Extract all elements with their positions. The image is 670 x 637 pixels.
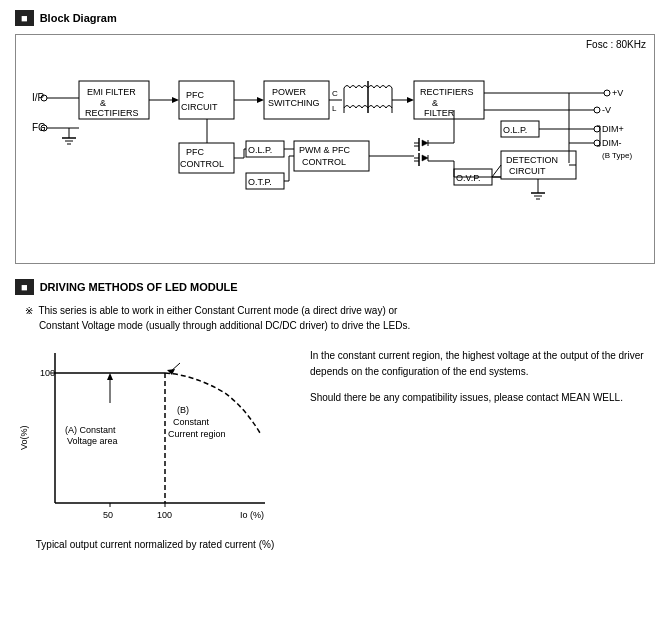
olp1-label: O.L.P. — [248, 145, 272, 155]
y-axis-label: Vo(%) — [19, 425, 29, 450]
x-axis-label: Io (%) — [240, 510, 264, 520]
driving-section: ※ This series is able to work in either … — [15, 303, 655, 550]
otp-label: O.T.P. — [248, 177, 272, 187]
chart-svg: Vo(%) 100 50 100 Io (%) — [15, 343, 295, 533]
chart-container: Vo(%) 100 50 100 Io (%) — [15, 343, 295, 550]
block-diagram-header: ■ Block Diagram — [15, 10, 655, 26]
l-label: L — [332, 104, 337, 113]
svg-marker-20 — [407, 97, 414, 103]
page: ■ Block Diagram Fosc : 80KHz I/P FG EMI … — [0, 0, 670, 637]
svg-marker-58 — [422, 140, 428, 146]
pwm-pfc-label1: PWM & PFC — [299, 145, 350, 155]
pfc-circuit-label1: PFC — [186, 90, 205, 100]
desc-line1: In the constant current region, the high… — [310, 348, 655, 364]
area-b-label1: (B) — [177, 405, 189, 415]
svg-marker-84 — [107, 373, 113, 380]
x-tick-50: 50 — [103, 510, 113, 520]
power-sw-label2: SWITCHING — [268, 98, 320, 108]
svg-point-31 — [594, 140, 600, 146]
driving-header-box: ■ — [15, 279, 34, 295]
minus-v-label: -V — [602, 105, 611, 115]
svg-point-29 — [594, 126, 600, 132]
rect-label2: & — [432, 98, 438, 108]
svg-line-71 — [492, 165, 501, 177]
power-sw-label1: POWER — [272, 87, 307, 97]
detect-label1: DETECTION — [506, 155, 558, 165]
emi-label-line1: EMI FILTER — [87, 87, 136, 97]
fosc-label: Fosc : 80KHz — [586, 39, 646, 50]
svg-marker-63 — [422, 155, 428, 161]
emi-label-line3: RECTIFIERS — [85, 108, 139, 118]
pfc-ctrl-label1: PFC — [186, 147, 205, 157]
rect-label3: FILTER — [424, 108, 455, 118]
x-tick-100: 100 — [157, 510, 172, 520]
emi-label-line2: & — [100, 98, 106, 108]
block-diagram-section: Fosc : 80KHz I/P FG EMI FILTER & RECTIFI… — [15, 34, 655, 264]
dimp-label: DIM+ — [602, 124, 624, 134]
chart-caption: Typical output current normalized by rat… — [15, 539, 295, 550]
plus-v-label: +V — [612, 88, 623, 98]
driving-content: Vo(%) 100 50 100 Io (%) — [15, 343, 655, 550]
desc-line3: Should there be any compatibility issues… — [310, 390, 655, 406]
area-b-label2: Constant — [173, 417, 210, 427]
dimm-label: DIM- — [602, 138, 622, 148]
desc-line2: depends on the configuration of the end … — [310, 364, 655, 380]
svg-rect-11 — [179, 81, 234, 119]
driving-note-text: ※ This series is able to work in either … — [25, 305, 410, 331]
driving-note: ※ This series is able to work in either … — [25, 303, 655, 333]
driving-header: ■ DRIVING METHODS OF LED MODULE — [15, 279, 655, 295]
olp2-label: O.L.P. — [503, 125, 527, 135]
area-b-label3: Current region — [168, 429, 226, 439]
ovp-label: O.V.P. — [456, 173, 481, 183]
svg-point-24 — [604, 90, 610, 96]
svg-marker-13 — [257, 97, 264, 103]
area-a-label1: (A) Constant — [65, 425, 116, 435]
area-a-label2: Voltage area — [67, 436, 118, 446]
pfc-circuit-label2: CIRCUIT — [181, 102, 218, 112]
driving-title: DRIVING METHODS OF LED MODULE — [40, 281, 238, 293]
btype-label: (B Type) — [602, 151, 632, 160]
rect-label1: RECTIFIERS — [420, 87, 474, 97]
block-diagram-header-box: ■ — [15, 10, 34, 26]
y-tick-100: 100 — [40, 368, 55, 378]
ip-label: I/P — [32, 92, 45, 103]
detect-label2: CIRCUIT — [509, 166, 546, 176]
svg-point-25 — [594, 107, 600, 113]
block-diagram-svg: I/P FG EMI FILTER & RECTIFIERS PFC CIRCU… — [24, 43, 654, 243]
c-label: C — [332, 89, 338, 98]
pfc-ctrl-label2: CONTROL — [180, 159, 224, 169]
block-diagram-title: Block Diagram — [40, 12, 117, 24]
chart-description: In the constant current region, the high… — [310, 343, 655, 550]
svg-marker-10 — [172, 97, 179, 103]
pwm-pfc-label2: CONTROL — [302, 157, 346, 167]
